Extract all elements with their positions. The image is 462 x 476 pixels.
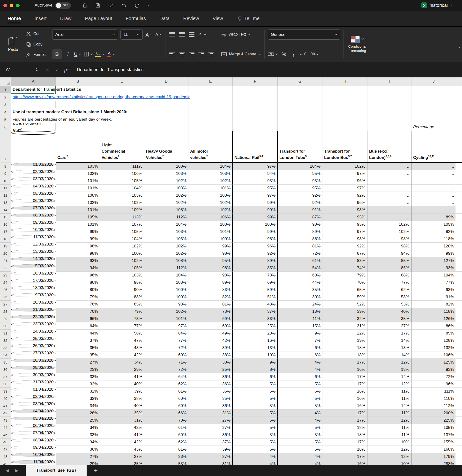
- cell-A12[interactable]: 05/03/2020: [11, 192, 56, 196]
- cell-E48[interactable]: 27%: [188, 453, 233, 460]
- row-header-15[interactable]: 15: [0, 213, 11, 221]
- cell-G31[interactable]: 9%: [278, 330, 322, 337]
- cell-H32[interactable]: 19%: [322, 337, 368, 344]
- cell-A32[interactable]: 25/03/2020: [11, 337, 56, 340]
- underline-button[interactable]: U: [74, 49, 81, 59]
- undo-icon[interactable]: [121, 3, 127, 8]
- cell-A44[interactable]: 06/04/2020: [11, 424, 56, 428]
- cell-J32[interactable]: 128%: [411, 337, 456, 344]
- align-left-button[interactable]: [169, 49, 176, 59]
- cell-C14[interactable]: 109%: [100, 206, 144, 213]
- cell-H17[interactable]: 97%: [322, 228, 368, 235]
- cell-I2[interactable]: [368, 93, 411, 101]
- cell-J5[interactable]: [411, 116, 456, 123]
- cell-F30[interactable]: 25%: [233, 323, 278, 330]
- cell-E18[interactable]: 100%: [188, 235, 233, 243]
- cell-C6[interactable]: [100, 123, 144, 131]
- cell-D46[interactable]: 62%: [144, 439, 188, 446]
- cell-F18[interactable]: 98%: [233, 235, 278, 243]
- cell-G9[interactable]: 95%: [278, 170, 322, 177]
- cell-A16[interactable]: 09/03/2020: [11, 221, 56, 224]
- column-header-C[interactable]: C: [100, 77, 144, 86]
- cell-H36[interactable]: 16%: [322, 366, 368, 373]
- percentage-label-cell[interactable]: Percentage: [411, 123, 456, 131]
- cell-G40[interactable]: 5%: [278, 395, 322, 402]
- select-all-corner[interactable]: [0, 77, 11, 86]
- cell-E16[interactable]: 103%: [188, 221, 233, 228]
- cell-E30[interactable]: 69%: [188, 323, 233, 330]
- tab-view[interactable]: View: [212, 12, 223, 26]
- row-header-46[interactable]: 46: [0, 439, 11, 446]
- cell-C26[interactable]: 88%: [100, 293, 144, 301]
- cell-H18[interactable]: 93%: [322, 235, 368, 243]
- cell-I43[interactable]: 12%: [368, 417, 411, 424]
- cell-F25[interactable]: 59%: [233, 286, 278, 293]
- cell-F36[interactable]: 8%: [233, 366, 278, 373]
- cell-E26[interactable]: 82%: [188, 293, 233, 301]
- cell-H25[interactable]: 65%: [322, 286, 368, 293]
- cell-E17[interactable]: 101%: [188, 228, 233, 235]
- column-header-J[interactable]: J: [411, 77, 456, 86]
- cell-C40[interactable]: 38%: [100, 395, 144, 402]
- cell-D45[interactable]: 60%: [144, 431, 188, 439]
- cell-A8[interactable]: 01/03/2020: [11, 163, 56, 166]
- cell-G5[interactable]: [278, 116, 322, 123]
- cell-A48[interactable]: 10/04/2020: [11, 453, 56, 457]
- cell-I44[interactable]: 11%: [368, 424, 411, 431]
- cell-B22[interactable]: 94%: [56, 264, 100, 272]
- cell-A45[interactable]: 07/04/2020: [11, 431, 56, 435]
- cell-A7[interactable]: Date1(weekends andbank holidays ingrey): [11, 131, 56, 135]
- cell-G1[interactable]: [278, 86, 322, 93]
- cell-J19[interactable]: 120%: [411, 243, 456, 250]
- cell-E23[interactable]: 98%: [188, 272, 233, 279]
- cell-E13[interactable]: 102%: [188, 199, 233, 206]
- name-box[interactable]: A1: [0, 62, 41, 77]
- cell-C18[interactable]: 104%: [100, 235, 144, 243]
- cell-G45[interactable]: 5%: [278, 431, 322, 439]
- text-orientation-button[interactable]: [198, 30, 206, 39]
- tab-formulas[interactable]: Formulas: [126, 12, 146, 26]
- increase-font-button[interactable]: A: [145, 30, 152, 39]
- cell-C48[interactable]: 27%: [100, 453, 144, 460]
- cell-B16[interactable]: 101%: [56, 221, 100, 228]
- row-header-21[interactable]: 21: [0, 257, 11, 264]
- cell-D1[interactable]: [144, 86, 188, 93]
- format-button[interactable]: Format: [26, 51, 46, 59]
- cell-D40[interactable]: 60%: [144, 395, 188, 402]
- cell-F23[interactable]: 78%: [233, 272, 278, 279]
- cell-F20[interactable]: 92%: [233, 250, 278, 257]
- cell-E47[interactable]: 39%: [188, 446, 233, 453]
- cell-E28[interactable]: 73%: [188, 308, 233, 315]
- autosave-toggle[interactable]: OFF: [55, 2, 71, 9]
- cell-H41[interactable]: 16%: [322, 402, 368, 409]
- cell-D26[interactable]: 100%: [144, 293, 188, 301]
- cell-E42[interactable]: 31%: [188, 409, 233, 417]
- cell-I14[interactable]: ..: [368, 206, 411, 213]
- cell-C34[interactable]: 42%: [100, 351, 144, 359]
- row-header-1[interactable]: 1: [0, 86, 11, 93]
- cell-F6[interactable]: [233, 123, 278, 131]
- cell-H8[interactable]: 102%: [322, 163, 368, 170]
- cell-H38[interactable]: 17%: [322, 381, 368, 388]
- sheet-nav-right-icon[interactable]: ▶: [15, 468, 18, 473]
- title-chevron-icon[interactable]: [450, 5, 453, 6]
- cell-H14[interactable]: 93%: [322, 206, 368, 213]
- row-header-41[interactable]: 41: [0, 402, 11, 409]
- cell-F11[interactable]: 95%: [233, 185, 278, 192]
- cell-D28[interactable]: 102%: [144, 308, 188, 315]
- cell-C28[interactable]: 79%: [100, 308, 144, 315]
- cell-J43[interactable]: 225%: [411, 417, 456, 424]
- cell-C38[interactable]: 40%: [100, 381, 144, 388]
- cell-B25[interactable]: 80%: [56, 286, 100, 293]
- decrease-indent-button[interactable]: [198, 49, 205, 59]
- cell-J24[interactable]: 77%: [411, 279, 456, 286]
- cell-E31[interactable]: 49%: [188, 330, 233, 337]
- cell-F8[interactable]: 97%: [233, 163, 278, 170]
- cell-D27[interactable]: 98%: [144, 301, 188, 308]
- home-icon[interactable]: [82, 3, 87, 8]
- cell-G3[interactable]: [278, 101, 322, 108]
- cell-F38[interactable]: 5%: [233, 381, 278, 388]
- cell-D36[interactable]: 72%: [144, 366, 188, 373]
- cell-F26[interactable]: 51%: [233, 293, 278, 301]
- cell-F27[interactable]: 43%: [233, 301, 278, 308]
